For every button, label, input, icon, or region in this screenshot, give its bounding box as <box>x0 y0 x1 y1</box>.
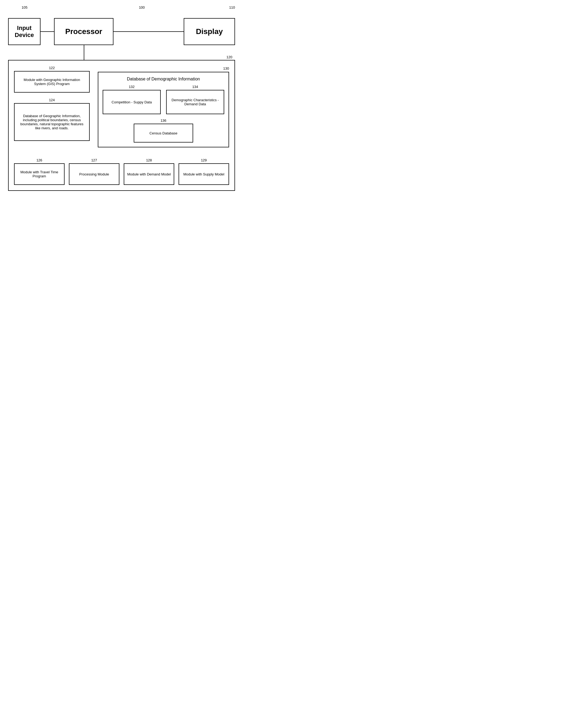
processor-box: Processor <box>54 18 113 45</box>
supply-module-box: Module with Supply Model <box>178 163 229 185</box>
ref-label-100: 100 <box>139 5 145 9</box>
demo-outer-title: Database of Demographic Information <box>103 77 224 82</box>
demand-module-box: Module with Demand Model <box>124 163 174 185</box>
census-box: Census Database <box>134 124 193 143</box>
geo-db-box: Database of Geographic Information, incl… <box>14 103 90 141</box>
ref-label-105: 105 <box>22 5 28 9</box>
ref-label-129: 129 <box>201 158 207 162</box>
travel-time-module-box: Module with Travel Time Program <box>14 163 65 185</box>
input-device-box: Input Device <box>8 18 40 45</box>
ref-label-122: 122 <box>49 66 55 70</box>
ref-label-120: 120 <box>226 55 232 59</box>
processing-module-box: Processing Module <box>69 163 119 185</box>
ref-label-128: 128 <box>146 158 152 162</box>
ref-label-132: 132 <box>129 85 135 89</box>
ref-label-130: 130 <box>223 66 229 70</box>
ref-label-110: 110 <box>229 5 235 9</box>
ref-label-127: 127 <box>91 158 97 162</box>
competition-box: Competition - Suppy Data <box>103 90 161 114</box>
display-box: Display <box>184 18 235 45</box>
demo-outer-box: Database of Demographic Information 132 … <box>98 72 229 147</box>
ref-label-136: 136 <box>160 118 166 123</box>
gis-module-box: Module with Geographic Information Syste… <box>14 71 90 93</box>
ref-label-126: 126 <box>36 158 42 162</box>
ref-label-124: 124 <box>49 98 55 102</box>
demo-char-box: Demographic Characteristics - Demand Dat… <box>166 90 224 114</box>
ref-label-134: 134 <box>192 85 198 89</box>
